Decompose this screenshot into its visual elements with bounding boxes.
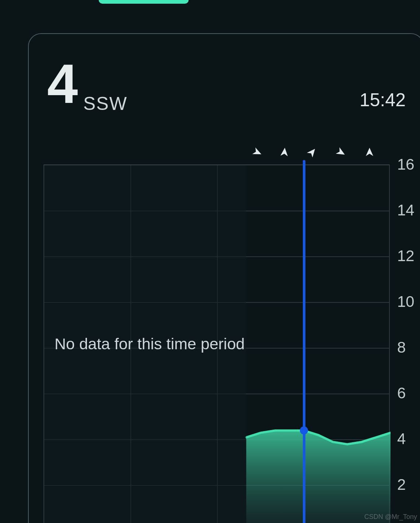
y-tick-label: 6 [397,384,406,402]
y-tick-label: 4 [397,430,406,448]
wind-speed-value: 4 [47,56,76,111]
wind-direction-arrow-icon [364,147,375,158]
no-data-label: No data for this time period [55,335,245,353]
current-time-label: 15:42 [360,89,406,111]
wind-card: 4 SSW 15:42 No data for this time period… [28,33,420,523]
time-cursor-dot[interactable] [300,426,308,434]
y-tick-label: 10 [397,293,414,311]
y-tick-label: 14 [397,201,414,219]
wind-direction-arrow-icon [279,146,291,159]
wind-direction-label: SSW [83,93,127,114]
watermark: CSDN @Mr_Tony [364,513,417,521]
y-tick-label: 8 [397,339,406,356]
wind-direction-arrow-icon [250,145,265,160]
time-cursor[interactable] [303,160,305,523]
y-tick-label: 2 [397,476,406,493]
wind-direction-arrows [43,147,390,162]
y-axis: 0246810121416 [397,164,420,523]
active-tab-indicator[interactable] [99,0,189,4]
wind-direction-arrow-icon [304,145,319,160]
y-tick-label: 0 [397,522,406,523]
wind-chart[interactable]: No data for this time period [43,164,390,523]
y-tick-label: 12 [397,247,414,265]
y-tick-label: 16 [397,156,414,173]
wind-direction-arrow-icon [333,145,348,160]
tab-bar [0,0,420,11]
